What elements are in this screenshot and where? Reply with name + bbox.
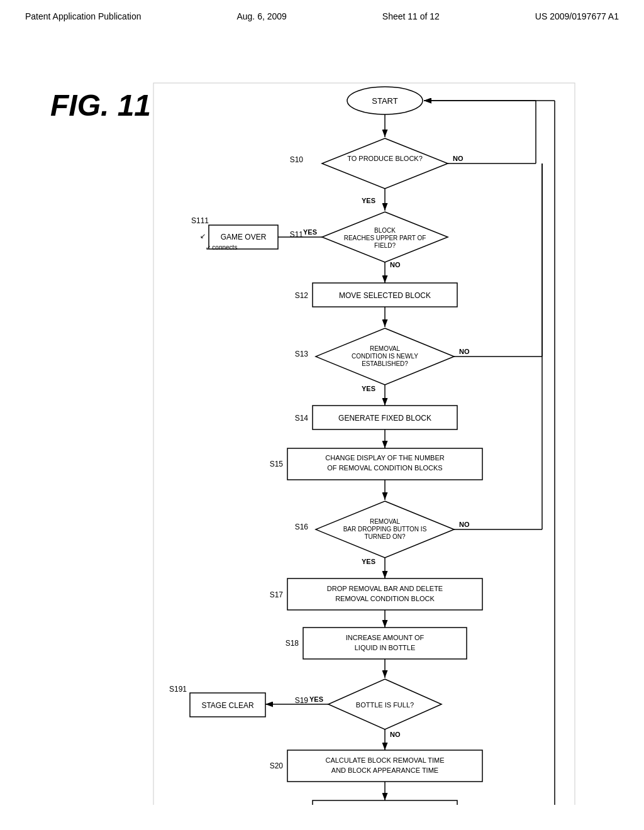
svg-text:CHANGE DISPLAY OF THE NUMBER: CHANGE DISPLAY OF THE NUMBER xyxy=(325,454,445,462)
svg-text:TO PRODUCE BLOCK?: TO PRODUCE BLOCK? xyxy=(347,155,423,162)
svg-text:GAME OVER: GAME OVER xyxy=(221,233,267,241)
svg-text:YES: YES xyxy=(362,558,375,565)
svg-text:S111: S111 xyxy=(191,216,209,225)
svg-text:S10: S10 xyxy=(290,155,304,164)
svg-text:BAR DROPPING BUTTON IS: BAR DROPPING BUTTON IS xyxy=(343,526,427,533)
svg-text:TURNED ON?: TURNED ON? xyxy=(364,533,405,540)
svg-text:NO: NO xyxy=(459,348,470,355)
page-header: Patent Application Publication Aug. 6, 2… xyxy=(0,0,644,28)
date-label: Aug. 6, 2009 xyxy=(236,11,286,21)
flowchart: START TO PRODUCE BLOCK? S10 NO YES BLOCK… xyxy=(126,82,606,805)
svg-text:S12: S12 xyxy=(295,291,309,300)
svg-text:CONDITION IS NEWLY: CONDITION IS NEWLY xyxy=(352,353,418,360)
svg-text:START: START xyxy=(372,96,397,106)
publication-label: Patent Application Publication xyxy=(25,11,141,21)
svg-text:REMOVAL CONDITION BLOCK: REMOVAL CONDITION BLOCK xyxy=(335,595,435,602)
svg-text:↙: ↙ xyxy=(200,232,206,240)
svg-text:YES: YES xyxy=(309,695,323,703)
svg-text:↙ connects: ↙ connects xyxy=(206,244,238,251)
svg-text:NO: NO xyxy=(459,521,470,528)
svg-text:YES: YES xyxy=(303,228,317,236)
svg-text:STAGE CLEAR: STAGE CLEAR xyxy=(201,701,253,710)
patent-label: US 2009/0197677 A1 xyxy=(535,11,619,21)
svg-text:AND BLOCK APPEARANCE TIME: AND BLOCK APPEARANCE TIME xyxy=(331,766,438,774)
svg-text:GENERATE FIXED BLOCK: GENERATE FIXED BLOCK xyxy=(338,414,431,423)
svg-rect-63 xyxy=(303,628,467,659)
svg-text:S13: S13 xyxy=(295,350,309,358)
svg-marker-4 xyxy=(322,138,448,189)
svg-text:REMOVAL: REMOVAL xyxy=(370,345,401,352)
svg-text:YES: YES xyxy=(362,385,375,392)
svg-text:LIQUID IN BOTTLE: LIQUID IN BOTTLE xyxy=(355,644,416,651)
svg-text:NO: NO xyxy=(390,261,401,268)
svg-text:REMOVAL: REMOVAL xyxy=(370,518,401,525)
svg-text:ESTABLISHED?: ESTABLISHED? xyxy=(362,360,408,367)
svg-text:BLOCK: BLOCK xyxy=(374,227,396,234)
svg-text:NO: NO xyxy=(390,731,401,738)
svg-text:OF REMOVAL CONDITION BLOCKS: OF REMOVAL CONDITION BLOCKS xyxy=(327,464,442,472)
svg-text:S20: S20 xyxy=(270,761,284,770)
svg-text:MOVE SELECTED BLOCK: MOVE SELECTED BLOCK xyxy=(339,291,431,300)
svg-rect-78 xyxy=(287,750,482,782)
svg-text:S16: S16 xyxy=(295,523,309,531)
svg-text:S17: S17 xyxy=(270,590,284,599)
svg-text:S14: S14 xyxy=(295,414,309,423)
svg-rect-83 xyxy=(313,800,457,805)
svg-text:NO: NO xyxy=(453,155,464,162)
svg-text:CALCULATE BLOCK REMOVAL TIME: CALCULATE BLOCK REMOVAL TIME xyxy=(325,756,444,764)
svg-text:S15: S15 xyxy=(270,460,284,468)
svg-text:S11: S11 xyxy=(290,230,304,239)
sheet-label: Sheet 11 of 12 xyxy=(382,11,440,21)
svg-text:S19: S19 xyxy=(295,696,309,705)
flowchart-svg: START TO PRODUCE BLOCK? S10 NO YES BLOCK… xyxy=(126,82,606,805)
svg-rect-58 xyxy=(287,578,482,610)
svg-text:INCREASE AMOUNT OF: INCREASE AMOUNT OF xyxy=(346,634,425,641)
svg-text:S191: S191 xyxy=(169,685,187,694)
svg-text:DROP REMOVAL BAR AND DELETE: DROP REMOVAL BAR AND DELETE xyxy=(327,585,443,592)
svg-text:FIELD?: FIELD? xyxy=(374,242,396,249)
svg-text:BOTTLE IS FULL?: BOTTLE IS FULL? xyxy=(356,701,414,709)
svg-text:REACHES UPPER PART OF: REACHES UPPER PART OF xyxy=(344,235,426,241)
svg-text:S18: S18 xyxy=(286,639,299,648)
svg-text:YES: YES xyxy=(362,197,375,204)
